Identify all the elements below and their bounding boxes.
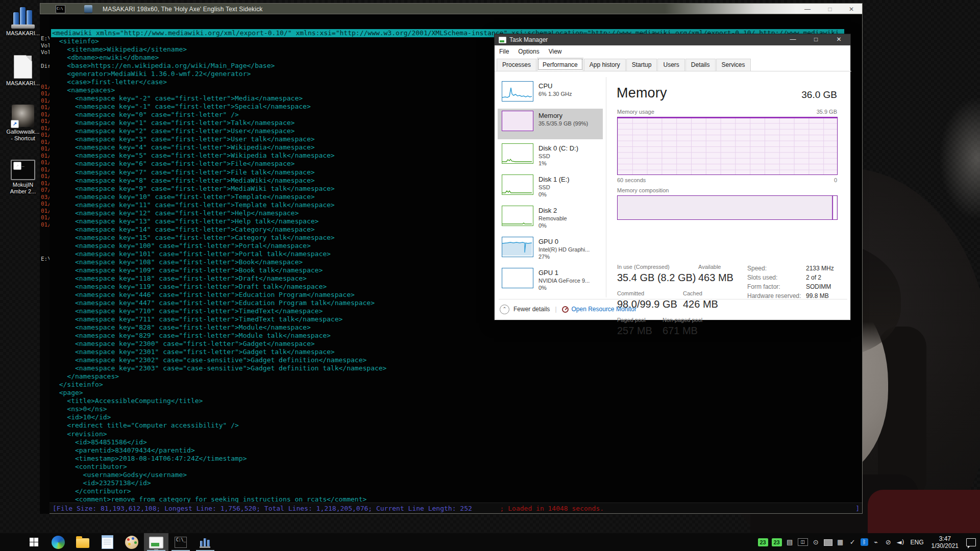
dir-listing-header: E:\M Vol Vol Dir — [40, 28, 50, 70]
tray-bluetooth-icon[interactable]: ᛒ — [861, 538, 868, 546]
status-file-info: [File Size: 81,193,612,108; Longest Line… — [53, 505, 472, 512]
hardware-reserved-value: 99.8 MB — [806, 292, 829, 299]
tray-usb-eject-icon[interactable]: ✓ — [848, 538, 857, 546]
sidebar-item-gpu0[interactable]: GPU 0 Intel(R) HD Graphi... 27% — [498, 235, 603, 263]
background-console-window[interactable]: E:\M Vol Vol Dir 01/2 01/2 01/2 01/2 01/… — [40, 14, 50, 514]
system-tray: 23 23 ▤ ◫ ⊙ ▦ ✓ ᛒ ⌁ ⊘ ◄) ENG 3:47 1/30/2… — [758, 533, 976, 551]
desktop-icon-masakari-app[interactable]: MASAKARI... — [3, 6, 43, 37]
taskbar: C:\_ 23 23 ▤ ◫ ⊙ ▦ ✓ ᛒ ⌁ ⊘ ◄) ENG 3:47 1… — [0, 533, 980, 551]
desktop-icon-gallowwalker-shortcut[interactable]: ↗ Gallowwalk...- Shortcut — [3, 105, 43, 142]
clock-time: 3:47 — [939, 535, 951, 542]
taskbar-clock[interactable]: 3:47 1/30/2021 — [929, 535, 961, 549]
desktop-icon-mokujin-shortcut[interactable]: C:\_ ↗ MokujINAmber 2... — [3, 160, 43, 195]
console-close-button[interactable]: ✕ — [844, 6, 859, 13]
task-manager-app-icon — [499, 37, 506, 43]
sidebar-item-disk0[interactable]: Disk 0 (C: D:) SSD 1% — [498, 141, 603, 170]
gpu0-graph-thumbnail — [502, 237, 533, 257]
console-minimize-button[interactable]: — — [800, 6, 815, 13]
tray-network-icon[interactable]: ⊘ — [884, 538, 893, 546]
taskbar-item-task-manager[interactable] — [144, 533, 168, 551]
tab-strip-divider — [495, 71, 851, 71]
cmd-window-icon: C:\ — [56, 5, 65, 13]
tm-close-button[interactable]: ✕ — [827, 34, 850, 45]
open-resource-monitor-link[interactable]: Open Resource Monitor — [572, 306, 636, 313]
nonpaged-pool-value: 671 MB — [663, 325, 698, 337]
tray-video-capture-icon[interactable]: ◫ — [798, 538, 808, 546]
tab-users[interactable]: Users — [657, 59, 684, 71]
tray-display-icon[interactable] — [824, 539, 832, 546]
disk0-graph-thumbnail — [502, 143, 533, 164]
wallpaper-light-streak — [939, 97, 980, 219]
form-factor-label: Form factor: — [747, 283, 780, 290]
action-center-icon[interactable] — [966, 538, 976, 546]
tray-grid-icon[interactable]: ▦ — [836, 538, 845, 546]
tray-snip-icon[interactable]: ⊙ — [812, 538, 820, 546]
language-indicator[interactable]: ENG — [909, 539, 926, 546]
notepad-icon — [102, 535, 113, 549]
hardware-reserved-label: Hardware reserved: — [747, 292, 801, 299]
memory-graph-thumbnail — [502, 111, 533, 131]
tab-services[interactable]: Services — [716, 59, 751, 71]
menu-file[interactable]: File — [495, 46, 513, 57]
taskbar-item-edge[interactable] — [46, 533, 70, 551]
console-maximize-button[interactable]: □ — [822, 6, 838, 13]
sidebar-item-memory[interactable]: Memory 35.5/35.9 GB (99%) — [498, 109, 603, 139]
tm-maximize-button[interactable]: □ — [804, 34, 827, 45]
tab-processes[interactable]: Processes — [497, 59, 536, 71]
status-close-bracket: ] — [855, 505, 860, 512]
sidebar-item-gpu1[interactable]: GPU 1 NVIDIA GeForce 9... 0% — [498, 266, 603, 294]
task-manager-title: Task Manager — [509, 36, 548, 43]
form-factor-value: SODIMM — [806, 283, 831, 290]
disk1-graph-thumbnail — [502, 174, 533, 195]
xml-document-text[interactable]: <siteinfo> <sitename>Wikipedia</sitename… — [51, 37, 386, 514]
memory-max-label: 35.9 GB — [817, 109, 837, 115]
tm-footer: ⌃ Fewer details | Open Resource Monitor — [500, 303, 806, 316]
committed-label: Committed — [617, 290, 644, 296]
start-button[interactable] — [21, 533, 46, 551]
taskbar-item-paint[interactable] — [119, 533, 144, 551]
desktop-icon-label: Gallowwalk...- Shortcut — [3, 129, 43, 142]
in-use-label: In use (Compressed) — [617, 264, 670, 270]
tab-startup[interactable]: Startup — [626, 59, 657, 71]
sidebar-item-disk1[interactable]: Disk 1 (E:) SSD 0% — [498, 172, 603, 201]
taskbar-item-command-prompt[interactable]: C:\_ — [168, 533, 193, 551]
in-use-value: 35.4 GB (8.2 GB) — [617, 272, 696, 284]
footer-separator: | — [555, 306, 556, 313]
graph-duration-label: 60 seconds — [617, 177, 646, 183]
menu-view[interactable]: View — [544, 46, 567, 57]
console-window-icon: C:\_ ↗ — [11, 160, 35, 180]
sidebar-item-disk2[interactable]: Disk 2 Removable 0% — [498, 204, 603, 232]
tray-count-badge-1[interactable]: 23 — [758, 538, 768, 546]
tray-tasks-icon[interactable]: ▤ — [786, 538, 794, 546]
tm-minimize-button[interactable]: — — [781, 34, 804, 45]
available-value: 463 MB — [698, 272, 733, 284]
bar-chart-3d-icon — [11, 6, 35, 29]
wallpaper-maroon-clothing — [868, 490, 980, 536]
graph-zero-label: 0 — [834, 177, 837, 183]
resource-monitor-icon — [562, 306, 569, 313]
taskbar-item-masakari-editor[interactable] — [193, 533, 217, 551]
fewer-details-button[interactable]: Fewer details — [513, 306, 550, 313]
tray-volume-icon[interactable]: ◄) — [896, 538, 905, 546]
disk2-graph-thumbnail — [502, 206, 533, 226]
tab-details[interactable]: Details — [685, 59, 716, 71]
tab-performance[interactable]: Performance — [537, 58, 583, 71]
document-icon — [14, 55, 32, 79]
edge-browser-icon — [52, 536, 65, 549]
memory-usage-graph — [617, 117, 838, 175]
desktop-icon-label: MokujINAmber 2... — [3, 182, 43, 195]
tray-power-icon[interactable]: ⌁ — [872, 538, 880, 546]
desktop-icon-masakari-file[interactable]: MASAKARI... — [3, 55, 43, 87]
taskbar-item-file-explorer[interactable] — [70, 533, 95, 551]
taskbar-item-notepad[interactable] — [95, 533, 119, 551]
tray-count-badge-2[interactable]: 23 — [772, 538, 782, 546]
menu-options[interactable]: Options — [513, 46, 544, 57]
tab-app-history[interactable]: App history — [584, 59, 626, 71]
task-manager-window: Task Manager — □ ✕ File Options View Pro… — [494, 34, 851, 320]
command-prompt-icon: C:\_ — [175, 537, 187, 548]
sidebar-item-cpu[interactable]: CPU 6% 1.30 GHz — [498, 79, 603, 108]
console-titlebar[interactable]: C:\ MASAKARI 198x60, The 'Holy Axe' Engl… — [40, 3, 863, 14]
shortcut-arrow-icon: ↗ — [13, 162, 21, 170]
memory-usage-label: Memory usage — [617, 109, 654, 115]
task-manager-icon — [149, 537, 163, 548]
